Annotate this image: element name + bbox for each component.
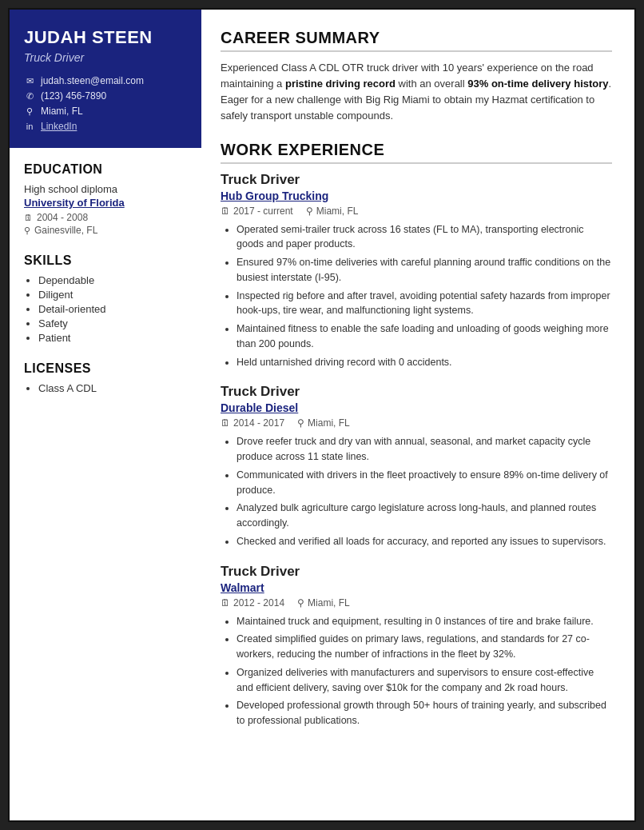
skill-item: Dependable <box>38 274 187 286</box>
calendar-icon-3: 🗓 <box>221 597 230 609</box>
job-1-company: Hub Group Trucking <box>221 190 612 202</box>
candidate-title: Truck Driver <box>24 51 187 64</box>
skill-item: Diligent <box>38 289 187 301</box>
bullet: Inspected rig before and after travel, a… <box>237 289 612 319</box>
edu-location-icon: ⚲ <box>24 225 30 236</box>
work-experience-section: WORK EXPERIENCE Truck Driver Hub Group T… <box>221 141 612 743</box>
skill-item: Safety <box>38 317 187 329</box>
sidebar-header: JUDAH STEEN Truck Driver ✉ judah.steen@e… <box>10 10 201 148</box>
licenses-section: LICENSES Class A CDL <box>24 361 187 394</box>
location-icon-1: ⚲ <box>306 206 313 217</box>
email-icon: ✉ <box>24 76 35 86</box>
location-icon-3: ⚲ <box>297 597 304 609</box>
skills-section: SKILLS Dependable Diligent Detail-orient… <box>24 253 187 344</box>
bullet: Analyzed bulk agriculture cargo legislat… <box>237 501 612 531</box>
contact-section: ✉ judah.steen@email.com ✆ (123) 456-7890… <box>24 75 187 132</box>
job-2-location: ⚲ Miami, FL <box>297 417 350 429</box>
bullet: Maintained fitness to enable the safe lo… <box>237 321 612 352</box>
career-summary-text: Experienced Class A CDL OTR truck driver… <box>221 60 612 125</box>
job-1-years: 🗓 2017 - current <box>221 206 293 217</box>
bullet: Communicated with drivers in the fleet p… <box>237 468 612 498</box>
job-3-location: ⚲ Miami, FL <box>297 597 350 609</box>
job-1-bullets: Operated semi-trailer truck across 16 st… <box>221 222 612 370</box>
job-1: Truck Driver Hub Group Trucking 🗓 2017 -… <box>221 172 612 370</box>
edu-school: University of Florida <box>24 197 187 209</box>
bullet: Organized deliveries with manufacturers … <box>237 665 612 696</box>
career-summary-section: CAREER SUMMARY Experienced Class A CDL O… <box>221 29 612 125</box>
job-3-title: Truck Driver <box>221 564 612 580</box>
education-title: EDUCATION <box>24 162 187 177</box>
licenses-title: LICENSES <box>24 361 187 376</box>
skills-title: SKILLS <box>24 253 187 268</box>
contact-phone: ✆ (123) 456-7890 <box>24 90 187 102</box>
job-2-years: 🗓 2014 - 2017 <box>221 417 284 429</box>
job-1-meta: 🗓 2017 - current ⚲ Miami, FL <box>221 206 612 217</box>
bold-delivery-history: 93% on-time delivery history <box>467 78 608 90</box>
job-2: Truck Driver Durable Diesel 🗓 2014 - 201… <box>221 384 612 549</box>
job-2-title: Truck Driver <box>221 384 612 400</box>
sidebar: JUDAH STEEN Truck Driver ✉ judah.steen@e… <box>10 10 201 820</box>
work-experience-title: WORK EXPERIENCE <box>221 141 612 164</box>
bullet: Operated semi-trailer truck across 16 st… <box>237 222 612 253</box>
main-content: CAREER SUMMARY Experienced Class A CDL O… <box>201 10 634 820</box>
candidate-name: JUDAH STEEN <box>24 27 187 48</box>
career-summary-title: CAREER SUMMARY <box>221 29 612 52</box>
job-2-meta: 🗓 2014 - 2017 ⚲ Miami, FL <box>221 417 612 429</box>
license-item: Class A CDL <box>38 382 187 394</box>
location-icon-2: ⚲ <box>297 417 304 429</box>
contact-location: ⚲ Miami, FL <box>24 106 187 117</box>
bullet: Checked and verified all loads for accur… <box>237 534 612 549</box>
bold-driving-record: pristine driving record <box>285 78 396 90</box>
edu-degree: High school diploma <box>24 183 187 195</box>
education-section: EDUCATION High school diploma University… <box>24 162 187 236</box>
job-1-location: ⚲ Miami, FL <box>306 206 359 217</box>
contact-linkedin[interactable]: in LinkedIn <box>24 121 187 132</box>
linkedin-icon: in <box>24 122 35 131</box>
job-3-years: 🗓 2012 - 2014 <box>221 597 284 609</box>
bullet: Ensured 97% on-time deliveries with care… <box>237 255 612 285</box>
job-3: Truck Driver Walmart 🗓 2012 - 2014 ⚲ Mia… <box>221 564 612 728</box>
bullet: Drove reefer truck and dry van with annu… <box>237 434 612 465</box>
job-2-company: Durable Diesel <box>221 401 612 414</box>
skill-item: Detail-oriented <box>38 303 187 315</box>
licenses-list: Class A CDL <box>24 382 187 394</box>
job-2-bullets: Drove reefer truck and dry van with annu… <box>221 434 612 549</box>
job-1-title: Truck Driver <box>221 172 612 188</box>
location-icon: ⚲ <box>24 106 35 117</box>
edu-years: 🗓 2004 - 2008 <box>24 212 187 223</box>
skill-item: Patient <box>38 332 187 344</box>
bullet: Held untarnished driving record with 0 a… <box>237 355 612 370</box>
phone-icon: ✆ <box>24 91 35 102</box>
calendar-icon-2: 🗓 <box>221 417 230 429</box>
edu-location: ⚲ Gainesville, FL <box>24 225 187 236</box>
calendar-icon: 🗓 <box>24 213 33 222</box>
sidebar-body: EDUCATION High school diploma University… <box>10 148 201 409</box>
bullet: Developed professional growth through 50… <box>237 698 612 728</box>
calendar-icon-1: 🗓 <box>221 206 230 217</box>
job-3-meta: 🗓 2012 - 2014 ⚲ Miami, FL <box>221 597 612 609</box>
job-3-bullets: Maintained truck and equipment, resultin… <box>221 614 612 728</box>
bullet: Maintained truck and equipment, resultin… <box>237 614 612 629</box>
job-3-company: Walmart <box>221 581 612 594</box>
bullet: Created simplified guides on primary law… <box>237 632 612 662</box>
resume-container: JUDAH STEEN Truck Driver ✉ judah.steen@e… <box>8 8 636 822</box>
contact-email: ✉ judah.steen@email.com <box>24 75 187 86</box>
skills-list: Dependable Diligent Detail-oriented Safe… <box>24 274 187 344</box>
